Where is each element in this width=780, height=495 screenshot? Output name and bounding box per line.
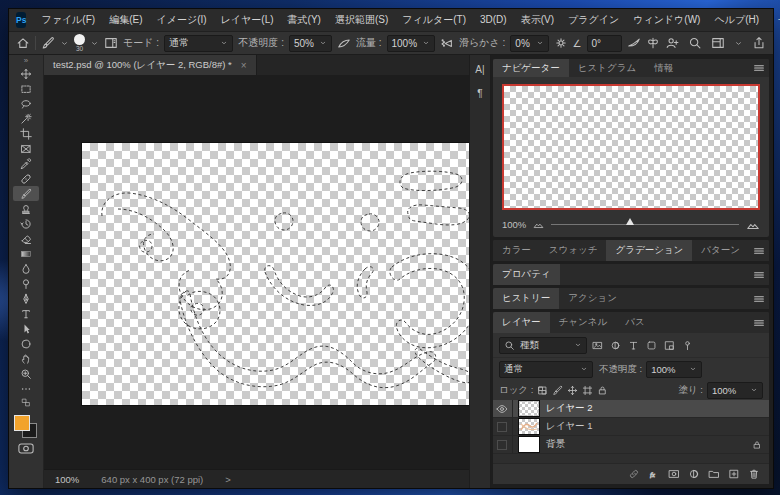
tool-rectangular-marquee[interactable] (13, 81, 39, 96)
visibility-toggle[interactable] (493, 418, 513, 435)
link-layers-icon[interactable] (628, 468, 640, 480)
search-icon[interactable] (688, 36, 702, 50)
tool-history-brush[interactable] (13, 216, 39, 231)
brush-tool-icon[interactable] (41, 36, 55, 50)
layer-name[interactable]: 背景 (546, 438, 565, 451)
tool-crop[interactable] (13, 126, 39, 141)
tab-レイヤー[interactable]: レイヤー (493, 312, 550, 333)
layer-row-background[interactable]: 背景 (493, 436, 769, 454)
menu-編集(E)[interactable]: 編集(E) (102, 9, 149, 31)
panel-menu-icon[interactable] (749, 288, 769, 309)
brush-preset-picker[interactable]: 30 (74, 34, 85, 53)
layer-thumbnail[interactable] (518, 436, 540, 453)
tool-frame[interactable] (13, 141, 39, 156)
tool-gradient[interactable] (13, 246, 39, 261)
tool-eyedropper[interactable] (13, 156, 39, 171)
menu-ファイル(F)[interactable]: ファイル(F) (34, 9, 102, 31)
menu-イメージ(I)[interactable]: イメージ(I) (149, 9, 213, 31)
angle-input[interactable]: 0° (587, 35, 622, 52)
tool-move[interactable] (13, 66, 39, 81)
export-share-icon[interactable] (752, 36, 766, 50)
layer-thumbnail[interactable] (518, 400, 540, 417)
toolbar-grip[interactable]: » (24, 56, 28, 66)
status-chevron-icon[interactable]: > (225, 474, 231, 485)
tab-パス[interactable]: パス (616, 312, 653, 333)
close-document-icon[interactable]: × (241, 60, 247, 71)
tool-hand[interactable] (13, 351, 39, 366)
layer-name[interactable]: レイヤー 1 (546, 420, 593, 433)
tab-グラデーション[interactable]: グラデーション (606, 240, 692, 261)
pressure-opacity-icon[interactable] (337, 36, 351, 50)
foreground-color-swatch[interactable] (14, 415, 30, 431)
panel-menu-icon[interactable] (749, 59, 769, 77)
layer-style-icon[interactable]: fx (648, 468, 660, 480)
tab-チャンネル[interactable]: チャンネル (550, 312, 617, 333)
tab-ヒストグラム[interactable]: ヒストグラム (569, 59, 645, 77)
menu-ウィンドウ(W)[interactable]: ウィンドウ(W) (626, 9, 707, 31)
filter-adjustment-layers-icon[interactable] (608, 338, 623, 353)
tab-カラー[interactable]: カラー (493, 240, 540, 261)
chevron-down-icon[interactable] (60, 39, 69, 48)
navigator-preview[interactable] (502, 84, 760, 210)
gear-icon[interactable] (554, 36, 568, 50)
layer-opacity-select[interactable]: 100% (646, 361, 702, 378)
opacity-select[interactable]: 50% (289, 35, 332, 52)
menu-書式(Y)[interactable]: 書式(Y) (281, 9, 328, 31)
delete-layer-icon[interactable] (748, 468, 760, 480)
menu-3D(D)[interactable]: 3D(D) (473, 9, 514, 31)
tool-clone-stamp[interactable] (13, 201, 39, 216)
zoom-out-icon[interactable] (533, 219, 544, 230)
tool-path-selection[interactable] (13, 321, 39, 336)
panel-menu-icon[interactable] (749, 312, 769, 333)
paragraph-panel-icon[interactable]: ¶ (477, 88, 482, 99)
menu-ヘルプ(H)[interactable]: ヘルプ(H) (707, 9, 766, 31)
pressure-size-icon[interactable] (627, 36, 641, 50)
tab-ナビゲーター[interactable]: ナビゲーター (493, 59, 569, 77)
tab-情報[interactable]: 情報 (645, 59, 682, 77)
zoom-in-icon[interactable] (746, 218, 760, 232)
status-zoom-level[interactable]: 100% (55, 474, 79, 485)
filter-pixel-layers-icon[interactable] (590, 338, 605, 353)
tool-eraser[interactable] (13, 231, 39, 246)
home-icon[interactable] (16, 36, 30, 50)
tool-type[interactable] (13, 306, 39, 321)
tool-pen[interactable] (13, 291, 39, 306)
layer-row-layer-2[interactable]: レイヤー 2 (493, 400, 769, 418)
blend-mode-select[interactable]: 通常 (499, 361, 593, 378)
navigator-zoom-value[interactable]: 100% (502, 219, 526, 230)
canvas[interactable] (82, 143, 469, 405)
tool-zoom[interactable] (13, 366, 39, 381)
tab-スウォッチ[interactable]: スウォッチ (540, 240, 607, 261)
lock-transparent-pixels-icon[interactable] (537, 385, 548, 396)
visibility-toggle[interactable] (493, 436, 513, 453)
menu-プラグイン[interactable]: プラグイン (561, 9, 626, 31)
flow-select[interactable]: 100% (387, 35, 436, 52)
mode-select[interactable]: 通常 (164, 35, 233, 52)
tool-lasso[interactable] (13, 96, 39, 111)
lock-position-icon[interactable] (567, 385, 578, 396)
tab-ヒストリー[interactable]: ヒストリー (493, 288, 559, 309)
symmetry-icon[interactable] (646, 36, 660, 50)
new-group-icon[interactable] (708, 468, 720, 480)
tab-アクション[interactable]: アクション (559, 288, 626, 309)
tool-brush[interactable] (13, 186, 39, 201)
panel-menu-icon[interactable] (749, 240, 769, 261)
layer-thumbnail[interactable] (518, 418, 540, 435)
layer-filter-select[interactable]: 種類 (499, 337, 587, 354)
panel-menu-icon[interactable] (749, 264, 769, 285)
chevron-down-icon[interactable] (90, 39, 99, 48)
quick-mask-icon[interactable] (18, 443, 34, 454)
tool-ellipse-shape[interactable] (13, 336, 39, 351)
filter-type-layers-icon[interactable] (626, 338, 641, 353)
fill-select[interactable]: 100% (707, 382, 763, 399)
layer-name[interactable]: レイヤー 2 (546, 402, 593, 415)
add-layer-mask-icon[interactable] (668, 468, 680, 480)
tool-edit-toolbar[interactable] (13, 381, 39, 396)
tool-blur[interactable] (13, 261, 39, 276)
brush-settings-panel-icon[interactable] (104, 36, 118, 50)
adjustment-layer-icon[interactable] (688, 468, 700, 480)
navigator-zoom-slider[interactable] (551, 224, 739, 225)
menu-レイヤー(L)[interactable]: レイヤー(L) (214, 9, 281, 31)
menu-選択範囲(S)[interactable]: 選択範囲(S) (328, 9, 395, 31)
slider-thumb[interactable] (626, 218, 634, 225)
